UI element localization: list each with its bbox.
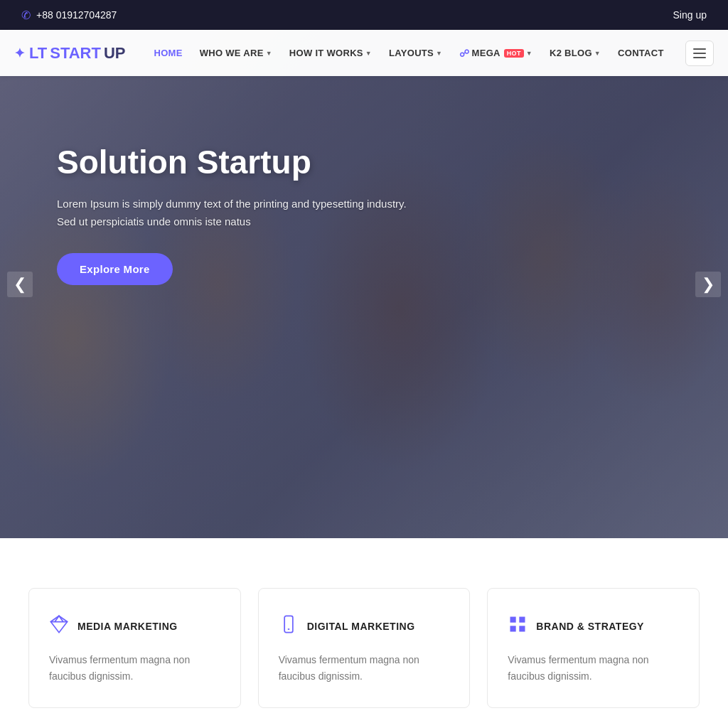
service-desc-media: Vivamus fermentum magna non faucibus dig…: [49, 652, 220, 685]
logo-lt: LT: [29, 44, 47, 63]
phone-icon: [279, 614, 299, 638]
diamond-icon: [49, 614, 69, 638]
hamburger-line: [693, 57, 706, 58]
service-title-media: MEDIA MARKETING: [77, 621, 178, 632]
top-bar: ✆ +88 01912704287 Sing up: [0, 0, 728, 30]
nav-link-who-we-are[interactable]: WHO WE ARE ▼: [193, 42, 279, 64]
logo-icon: ✦: [14, 46, 25, 61]
svg-rect-2: [510, 617, 516, 623]
services-grid: MEDIA MARKETING Vivamus fermentum magna …: [28, 588, 700, 708]
nav-link-how-it-works[interactable]: HOW IT WORKS ▼: [282, 42, 379, 64]
hero-desc-line2: Sed ut perspiciatis unde omnis iste natu…: [57, 215, 251, 228]
logo[interactable]: ✦ LT START UP: [14, 44, 126, 63]
logo-start: START: [50, 44, 101, 63]
hamburger-line: [693, 48, 706, 50]
phone-number: +88 01912704287: [36, 9, 117, 21]
hero-next-button[interactable]: ❯: [695, 272, 721, 297]
hero-content: Solution Startup Lorem Ipsum is simply d…: [57, 144, 407, 285]
hero-description: Lorem Ipsum is simply dummy text of the …: [57, 196, 407, 231]
nav-item-who-we-are[interactable]: WHO WE ARE ▼: [193, 42, 279, 64]
hero-title: Solution Startup: [57, 144, 407, 181]
arrow-icon: ▼: [266, 50, 272, 57]
service-title-digital: DIGITAL MARKETING: [307, 621, 415, 632]
nav-link-mega[interactable]: ☍ MEGA HOT ▼: [452, 42, 540, 65]
arrow-icon: ▼: [365, 50, 372, 57]
service-header: DIGITAL MARKETING: [279, 614, 450, 638]
mega-icon: ☍: [459, 48, 469, 59]
arrow-icon: ▼: [436, 50, 442, 57]
hamburger-line: [693, 53, 706, 54]
service-desc-brand: Vivamus fermentum magna non faucibus dig…: [508, 652, 679, 685]
nav-links: HOME WHO WE ARE ▼ HOW IT WORKS ▼ LAYOUTS…: [147, 42, 678, 65]
service-header: MEDIA MARKETING: [49, 614, 220, 638]
svg-rect-5: [520, 626, 525, 631]
nav-link-layouts[interactable]: LAYOUTS ▼: [382, 42, 449, 64]
service-header: BRAND & STRATEGY: [508, 614, 679, 638]
hero-section: ❮ ❯ Solution Startup Lorem Ipsum is simp…: [0, 30, 728, 538]
service-card-digital-marketing: DIGITAL MARKETING Vivamus fermentum magn…: [258, 588, 471, 708]
navbar: ✦ LT START UP HOME WHO WE ARE ▼ HOW IT W…: [0, 30, 728, 76]
hamburger-button[interactable]: [685, 41, 714, 66]
hero-prev-button[interactable]: ❮: [7, 272, 33, 297]
svg-rect-3: [520, 617, 525, 623]
service-card-media-marketing: MEDIA MARKETING Vivamus fermentum magna …: [28, 588, 241, 708]
service-title-brand: BRAND & STRATEGY: [536, 621, 644, 632]
signup-link[interactable]: Sing up: [673, 9, 707, 21]
service-card-brand-strategy: BRAND & STRATEGY Vivamus fermentum magna…: [487, 588, 700, 708]
nav-link-k2blog[interactable]: K2 BLOG ▼: [542, 42, 608, 64]
arrow-icon: ▼: [526, 50, 532, 57]
hot-badge: HOT: [504, 49, 524, 58]
grid-icon: [508, 614, 528, 638]
nav-link-contact[interactable]: CONTACT: [611, 42, 671, 64]
nav-item-k2blog[interactable]: K2 BLOG ▼: [542, 42, 608, 64]
svg-rect-0: [284, 616, 293, 632]
nav-link-home[interactable]: HOME: [147, 42, 190, 64]
nav-item-how-it-works[interactable]: HOW IT WORKS ▼: [282, 42, 379, 64]
nav-item-mega[interactable]: ☍ MEGA HOT ▼: [452, 42, 540, 65]
hero-desc-line1: Lorem Ipsum is simply dummy text of the …: [57, 198, 407, 210]
svg-rect-4: [510, 626, 516, 631]
nav-item-home[interactable]: HOME: [147, 42, 190, 64]
phone-icon: ✆: [21, 9, 31, 22]
arrow-icon: ▼: [594, 50, 601, 57]
services-section: MEDIA MARKETING Vivamus fermentum magna …: [0, 538, 728, 728]
nav-item-contact[interactable]: CONTACT: [611, 42, 671, 64]
phone-info: ✆ +88 01912704287: [21, 9, 117, 22]
explore-more-button[interactable]: Explore More: [57, 253, 173, 285]
service-desc-digital: Vivamus fermentum magna non faucibus dig…: [279, 652, 450, 685]
logo-up: UP: [104, 44, 126, 63]
nav-item-layouts[interactable]: LAYOUTS ▼: [382, 42, 449, 64]
